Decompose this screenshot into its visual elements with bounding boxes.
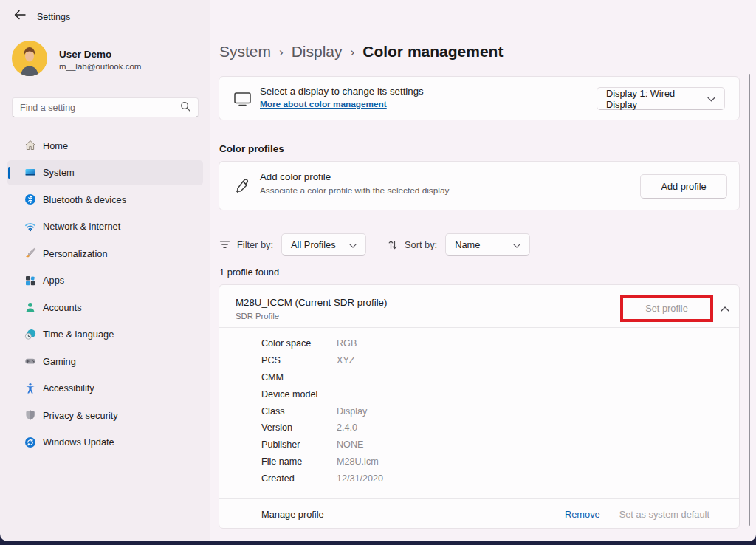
breadcrumb-separator: › bbox=[351, 44, 355, 60]
back-button[interactable] bbox=[10, 8, 30, 24]
back-arrow-icon bbox=[14, 10, 26, 23]
sidebar-item-accessibility[interactable]: Accessibility bbox=[7, 376, 203, 401]
sidebar-item-privacy-security[interactable]: Privacy & security bbox=[7, 402, 203, 428]
detail-row-color-space: Color space RGB bbox=[219, 335, 739, 352]
eyedropper-icon bbox=[234, 178, 250, 197]
set-profile-button[interactable]: Set profile bbox=[645, 303, 688, 314]
results-count: 1 profile found bbox=[219, 267, 279, 278]
add-profile-title: Add color profile bbox=[260, 171, 449, 182]
display-selector-text: Select a display to change its settings … bbox=[260, 86, 424, 110]
manage-profile-label: Manage profile bbox=[261, 509, 565, 520]
main-content: System › Display › Color management Sele… bbox=[219, 32, 740, 541]
chevron-up-icon bbox=[721, 301, 729, 315]
more-about-link[interactable]: More about color management bbox=[260, 99, 387, 109]
detail-value: RGB bbox=[337, 338, 357, 349]
detail-value: M28U.icm bbox=[337, 456, 379, 467]
detail-value: 12/31/2020 bbox=[337, 473, 383, 484]
search-placeholder: Find a setting bbox=[20, 103, 180, 113]
sidebar-item-network-internet[interactable]: Network & internet bbox=[7, 214, 203, 239]
settings-window: Settings bbox=[0, 0, 756, 541]
sidebar-item-gaming[interactable]: Gaming bbox=[7, 349, 203, 374]
network-icon bbox=[24, 221, 36, 233]
system-icon bbox=[24, 167, 36, 179]
sidebar-item-label: Accounts bbox=[43, 302, 82, 313]
sidebar-item-label: Time & language bbox=[43, 329, 114, 340]
add-profile-text: Add color profile Associate a color prof… bbox=[260, 171, 449, 196]
user-texts: User Demo m__lab@outlook.com bbox=[59, 49, 141, 71]
sidebar-item-time-language[interactable]: Time & language bbox=[7, 322, 203, 347]
add-profile-button[interactable]: Add profile bbox=[640, 174, 727, 199]
divider bbox=[219, 327, 739, 328]
detail-label: PCS bbox=[261, 355, 337, 366]
windows-update-icon bbox=[24, 436, 36, 448]
active-indicator bbox=[8, 193, 10, 205]
detail-value: Display bbox=[337, 406, 367, 417]
remove-profile-button[interactable]: Remove bbox=[565, 509, 600, 520]
detail-value: 2.4.0 bbox=[337, 422, 357, 433]
display-selector-card: Select a display to change its settings … bbox=[219, 76, 740, 120]
detail-row-publisher: Publisher NONE bbox=[219, 436, 739, 453]
active-indicator bbox=[8, 355, 10, 367]
time-language-icon bbox=[24, 329, 36, 340]
sidebar-item-label: Accessibility bbox=[43, 383, 94, 394]
collapse-expander[interactable] bbox=[715, 298, 735, 318]
sidebar-item-system[interactable]: System bbox=[7, 160, 203, 185]
sidebar-item-personalization[interactable]: Personalization bbox=[7, 241, 203, 266]
active-indicator bbox=[8, 301, 10, 313]
accounts-icon bbox=[24, 301, 36, 313]
sidebar-item-windows-update[interactable]: Windows Update bbox=[7, 430, 203, 455]
search-input[interactable]: Find a setting bbox=[12, 97, 199, 117]
accessibility-icon bbox=[24, 383, 36, 394]
breadcrumb: System › Display › Color management bbox=[219, 35, 503, 68]
annotation-highlight: Set profile bbox=[620, 295, 713, 322]
breadcrumb-display[interactable]: Display bbox=[292, 43, 343, 61]
active-indicator bbox=[8, 167, 10, 179]
sidebar-item-label: Gaming bbox=[43, 356, 76, 367]
detail-row-pcs: PCS XYZ bbox=[219, 352, 739, 369]
detail-row-file-name: File name M28U.icm bbox=[219, 453, 739, 470]
sidebar-item-label: Personalization bbox=[43, 248, 108, 259]
sidebar-nav: Home System Bluetooth & devices bbox=[7, 133, 203, 456]
window-title: Settings bbox=[37, 12, 70, 22]
sidebar: User Demo m__lab@outlook.com Find a sett… bbox=[0, 32, 210, 541]
breadcrumb-separator: › bbox=[279, 44, 284, 60]
filter-value: All Profiles bbox=[291, 239, 335, 250]
detail-label: Created bbox=[261, 473, 337, 484]
sidebar-item-label: Home bbox=[43, 140, 68, 151]
set-default-button[interactable]: Set as system default bbox=[619, 509, 709, 520]
detail-label: Color space bbox=[261, 338, 337, 349]
sidebar-item-label: Bluetooth & devices bbox=[43, 194, 126, 205]
sidebar-item-home[interactable]: Home bbox=[7, 133, 203, 158]
active-indicator bbox=[8, 329, 10, 340]
sidebar-item-accounts[interactable]: Accounts bbox=[7, 295, 203, 320]
chevron-down-icon bbox=[513, 239, 520, 250]
profile-card: M28U_ICCM (Current SDR profile) SDR Prof… bbox=[219, 284, 740, 529]
sidebar-item-bluetooth-devices[interactable]: Bluetooth & devices bbox=[7, 187, 203, 212]
gaming-icon bbox=[24, 355, 36, 367]
user-email: m__lab@outlook.com bbox=[59, 62, 141, 71]
detail-value: NONE bbox=[337, 439, 363, 450]
active-indicator bbox=[8, 409, 10, 421]
detail-row-created: Created 12/31/2020 bbox=[219, 470, 739, 487]
sort-icon bbox=[388, 240, 398, 250]
section-heading: Color profiles bbox=[219, 143, 284, 154]
detail-row-device-model: Device model bbox=[219, 385, 739, 402]
sort-dropdown[interactable]: Name bbox=[445, 233, 530, 256]
add-profile-card: Add color profile Associate a color prof… bbox=[219, 161, 740, 210]
sidebar-item-label: Windows Update bbox=[43, 436, 114, 448]
active-indicator bbox=[8, 275, 10, 287]
sidebar-item-label: System bbox=[43, 167, 75, 178]
page-title: Color management bbox=[362, 43, 503, 61]
vertical-scrollbar[interactable] bbox=[749, 74, 750, 526]
active-indicator bbox=[8, 247, 10, 259]
add-profile-subtitle: Associate a color profile with the selec… bbox=[260, 185, 449, 196]
display-select-dropdown[interactable]: Display 1: Wired Display bbox=[597, 87, 725, 110]
breadcrumb-system[interactable]: System bbox=[219, 43, 271, 61]
detail-label: Class bbox=[261, 406, 337, 417]
sidebar-item-label: Privacy & security bbox=[43, 410, 118, 421]
user-account-block[interactable]: User Demo m__lab@outlook.com bbox=[12, 41, 141, 79]
user-name: User Demo bbox=[59, 49, 141, 60]
sidebar-item-apps[interactable]: Apps bbox=[7, 268, 203, 293]
filter-dropdown[interactable]: All Profiles bbox=[281, 233, 366, 256]
detail-label: Publisher bbox=[261, 439, 337, 450]
